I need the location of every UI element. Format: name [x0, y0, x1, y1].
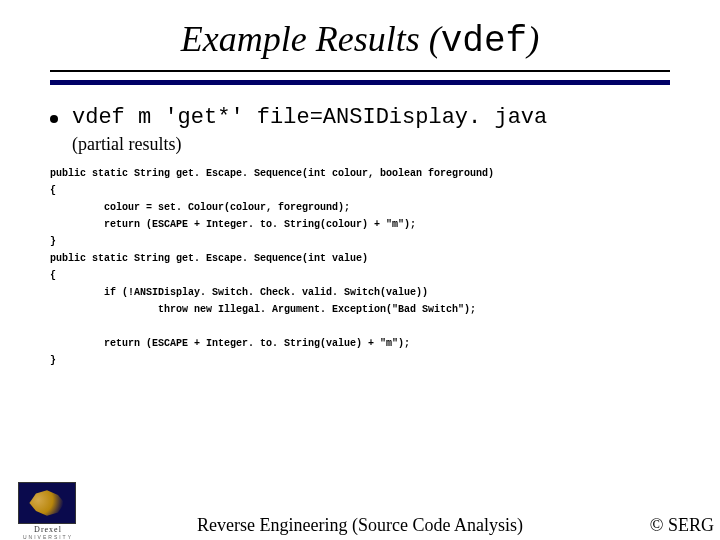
title-prefix: Example Results (	[181, 19, 441, 59]
title-mono: vdef	[441, 21, 527, 62]
slide-title: Example Results (vdef)	[0, 18, 720, 62]
code-block: public static String get. Escape. Sequen…	[50, 165, 670, 369]
title-suffix: )	[527, 19, 539, 59]
footer-right: © SERG	[650, 515, 714, 536]
subnote: (partial results)	[72, 134, 670, 155]
title-rule	[50, 70, 670, 85]
bullet-icon	[50, 115, 58, 123]
footer: Drexel UNIVERSITY Reverse Engineering (S…	[0, 486, 720, 540]
slide: Example Results (vdef) vdef m 'get*' fil…	[0, 18, 720, 540]
command-text: vdef m 'get*' file=ANSIDisplay. java	[72, 105, 547, 130]
footer-center: Reverse Engineering (Source Code Analysi…	[0, 515, 720, 536]
command-bullet: vdef m 'get*' file=ANSIDisplay. java	[50, 105, 670, 130]
